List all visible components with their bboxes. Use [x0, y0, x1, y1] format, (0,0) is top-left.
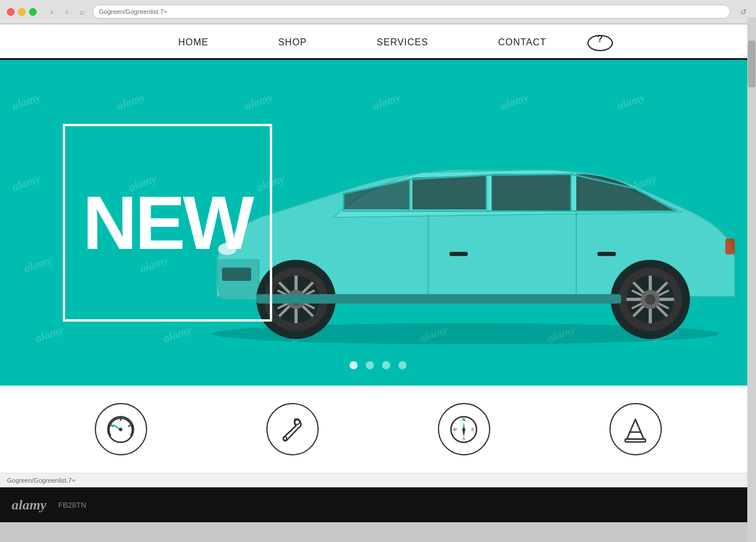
- svg-point-32: [645, 294, 655, 305]
- nav-shop[interactable]: SHOP: [243, 37, 341, 56]
- compass-item[interactable]: N S E W: [438, 403, 490, 455]
- dot-3[interactable]: [382, 361, 390, 369]
- nav-contact[interactable]: CONTACT: [463, 37, 581, 56]
- svg-point-41: [283, 437, 287, 440]
- dot-1[interactable]: [350, 361, 358, 369]
- svg-rect-6: [450, 252, 468, 256]
- wrench-item[interactable]: [266, 403, 319, 455]
- website-content: HOME SHOP SERVICES CONTACT ? alamy alamy…: [0, 24, 756, 487]
- svg-rect-7: [597, 252, 616, 256]
- hero-section: alamy alamy alamy alamy alamy alamy alam…: [0, 60, 756, 386]
- cone-icon-circle: [609, 403, 662, 455]
- browser-controls: ‹ › ⌕: [46, 6, 88, 17]
- alamy-watermark-text: alamy: [12, 497, 47, 513]
- search-icon[interactable]: ⌕: [76, 6, 88, 17]
- dot-4[interactable]: [398, 361, 406, 369]
- browser-chrome: ‹ › ⌕ Gogreen/Gogreenlist.7≈ ↺: [0, 0, 756, 24]
- browser-titlebar: ‹ › ⌕ Gogreen/Gogreenlist.7≈ ↺: [0, 0, 756, 24]
- speedometer-icon-circle: [95, 403, 147, 455]
- svg-point-40: [295, 420, 299, 425]
- compass-icon-circle: N S E W: [438, 403, 490, 455]
- maximize-button[interactable]: [29, 8, 37, 16]
- close-button[interactable]: [7, 8, 15, 16]
- svg-line-37: [128, 425, 130, 427]
- svg-marker-50: [627, 419, 644, 439]
- nav-home[interactable]: HOME: [143, 37, 243, 56]
- svg-rect-10: [725, 238, 734, 254]
- back-button[interactable]: ‹: [46, 6, 58, 17]
- svg-text:W: W: [453, 427, 457, 432]
- help-button[interactable]: ?: [587, 35, 613, 51]
- address-bar[interactable]: Gogreen/Gogreenlist.7≈: [92, 5, 730, 19]
- svg-point-49: [462, 428, 465, 431]
- image-id-text: FB28TN: [58, 501, 86, 509]
- new-text: NEW: [83, 185, 252, 261]
- footer-bar: Gogreen/Gogreenlist.7≈: [0, 473, 756, 487]
- svg-text:E: E: [472, 427, 475, 432]
- new-label-box: NEW: [63, 124, 272, 322]
- address-text: Gogreen/Gogreenlist.7≈: [99, 8, 167, 15]
- reload-button[interactable]: ↺: [737, 6, 749, 17]
- footer-text: Gogreen/Gogreenlist.7≈: [7, 477, 75, 484]
- minimize-button[interactable]: [18, 8, 26, 16]
- speedometer-item[interactable]: [95, 403, 147, 455]
- cone-item[interactable]: [609, 403, 662, 455]
- main-nav: HOME SHOP SERVICES CONTACT ?: [0, 24, 756, 60]
- svg-text:S: S: [462, 437, 465, 441]
- traffic-lights: [7, 8, 37, 16]
- dot-2[interactable]: [366, 361, 374, 369]
- slider-dots[interactable]: [350, 361, 406, 369]
- forward-button[interactable]: ›: [61, 6, 73, 17]
- svg-text:N: N: [462, 418, 465, 422]
- svg-point-39: [119, 427, 123, 431]
- svg-rect-51: [625, 439, 646, 442]
- wrench-icon-circle: [266, 403, 319, 455]
- svg-rect-33: [256, 294, 621, 304]
- nav-services[interactable]: SERVICES: [342, 37, 463, 56]
- icon-section: N S E W: [0, 386, 756, 473]
- watermark-bar: alamy FB28TN: [0, 487, 756, 522]
